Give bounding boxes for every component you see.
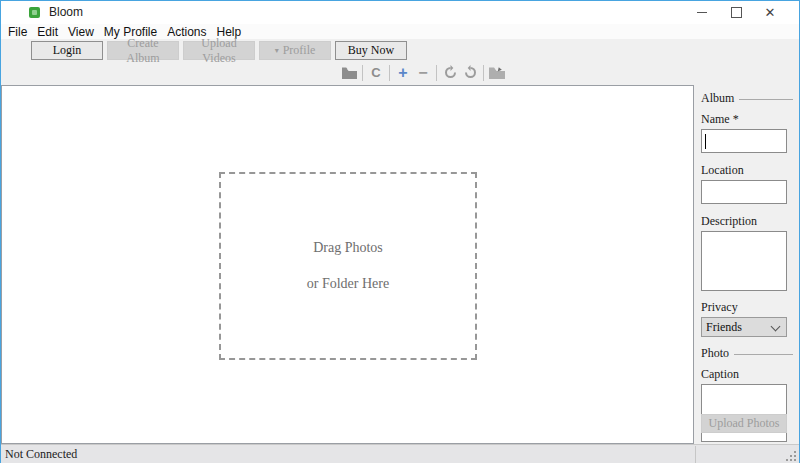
main-canvas: Drag Photos or Folder Here [1,85,694,444]
album-name-input[interactable] [701,129,787,153]
app-window: Bloom ✕ File Edit View My Profile Action… [0,0,800,463]
menu-file[interactable]: File [3,25,32,39]
upload-folder-icon[interactable] [487,63,507,83]
zoom-in-icon[interactable]: + [393,63,413,83]
drop-zone-text-line2: or Folder Here [307,276,389,292]
photo-drop-zone[interactable]: Drag Photos or Folder Here [219,172,477,360]
crop-icon[interactable]: C [366,63,386,83]
caption-label: Caption [701,367,739,382]
titlebar[interactable]: Bloom ✕ [1,1,799,24]
privacy-dropdown[interactable]: Friends [701,317,787,337]
section-divider-line [734,354,793,355]
name-label: Name * [701,112,739,127]
album-sidebar: Album Name * Location Description Privac… [695,85,799,444]
close-button[interactable]: ✕ [753,1,787,24]
minimize-icon [697,12,707,13]
toolbar-separator [483,65,484,81]
window-title: Bloom [49,5,83,19]
profile-dropdown-button[interactable]: ▾ Profile [259,41,331,60]
location-label: Location [701,163,744,178]
description-label: Description [701,214,757,229]
menu-edit[interactable]: Edit [32,25,63,39]
drop-zone-text-line1: Drag Photos [313,240,383,256]
description-textarea[interactable] [701,231,787,291]
upload-photos-button[interactable]: Upload Photos [701,414,787,433]
icon-toolbar: C + − [339,62,507,83]
rotate-right-icon[interactable] [460,63,480,83]
section-divider-line [739,99,793,100]
toolbar-separator [389,65,390,81]
caption-textarea[interactable] [701,384,787,442]
privacy-label: Privacy [701,300,738,315]
rotate-left-icon[interactable] [440,63,460,83]
toolbar: Login Create Album Upload Videos ▾ Profi… [31,41,407,60]
window-controls: ✕ [685,1,787,24]
menu-view[interactable]: View [63,25,99,39]
statusbar: Not Connected [1,444,799,463]
login-button[interactable]: Login [31,41,103,60]
photo-section-header: Photo [701,346,793,361]
album-section-header: Album [701,91,793,106]
album-section-label: Album [701,91,734,106]
dropdown-caret-icon: ▾ [275,47,279,55]
privacy-selected-value: Friends [706,320,742,335]
buy-now-button[interactable]: Buy Now [335,41,407,60]
connection-status: Not Connected [5,447,77,462]
toolbar-separator [362,65,363,81]
location-input[interactable] [701,180,787,204]
chevron-down-icon [771,322,781,332]
maximize-button[interactable] [719,1,753,24]
close-icon: ✕ [765,5,776,20]
text-caret [705,134,706,149]
create-album-button[interactable]: Create Album [107,41,179,60]
profile-button-label: Profile [283,43,316,58]
photo-section-label: Photo [701,346,729,361]
maximize-icon [731,7,742,18]
zoom-out-icon[interactable]: − [413,63,433,83]
resize-grip[interactable] [786,451,796,461]
minimize-button[interactable] [685,1,719,24]
toolbar-separator [436,65,437,81]
app-logo-icon [29,7,40,18]
upload-videos-button[interactable]: Upload Videos [183,41,255,60]
open-folder-icon[interactable] [339,63,359,83]
statusbar-separator [695,446,696,463]
